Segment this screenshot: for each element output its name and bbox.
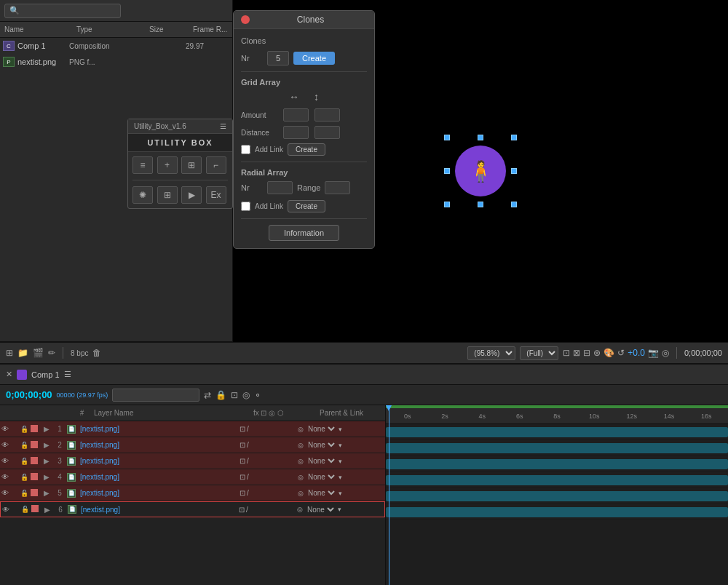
toolbar-icon-1[interactable]: ⊞ [6,348,13,358]
view-icon-cam[interactable]: 📷 [648,348,659,358]
switch-align-6[interactable]: ⊡ [239,506,245,514]
tl-icon-1[interactable]: ⇄ [204,390,211,400]
amount-x-input[interactable] [283,108,309,122]
view-icon-safe[interactable]: ⊠ [573,348,580,358]
distance-x-input[interactable] [283,126,309,139]
layer-row-4[interactable]: 👁 🔓 ▶ 4 📄 [nextist.png] ⊡ / ◎ None ▾ [0,469,385,485]
layer-expand-5[interactable]: ▶ [41,489,52,497]
distance-y-input[interactable] [314,126,340,139]
switch-pen-2[interactable]: / [247,441,249,449]
layer-eye-1[interactable]: 👁 [0,425,10,433]
grid-add-link-checkbox[interactable] [241,145,250,154]
layer-expand-6[interactable]: ▶ [41,506,53,514]
layer-eye-3[interactable]: 👁 [0,457,10,465]
view-icon-grid[interactable]: ⊟ [583,348,590,358]
switch-pen-1[interactable]: / [247,425,249,433]
toolbar-icon-2[interactable]: 📁 [17,348,28,358]
track-bar-3[interactable] [386,459,728,469]
layer-lock-3[interactable]: 🔓 [20,458,31,465]
clones-create-button[interactable]: Create [293,52,335,65]
toolbar-icon-4[interactable]: ✏ [48,348,55,358]
switch-pen-6[interactable]: / [246,506,248,514]
utility-box-menu-icon[interactable]: ☰ [220,122,226,130]
toolbar-icon-3[interactable]: 🎬 [33,348,44,358]
view-icon-color[interactable]: 🎨 [604,348,614,358]
parent-select-3[interactable]: None [305,456,337,466]
view-icon-reset[interactable]: ↺ [617,348,625,358]
playhead[interactable] [389,405,389,585]
parent-select-4[interactable]: None [305,472,337,482]
layer-row-5[interactable]: 👁 🔓 ▶ 5 📄 [nextist.png] ⊡ / ◎ None ▾ [0,485,385,501]
switch-align-3[interactable]: ⊡ [240,457,245,465]
grid-create-button[interactable]: Create [288,143,325,156]
switch-align-4[interactable]: ⊡ [240,473,245,481]
ub-btn-ex[interactable]: Ex [206,186,226,204]
layer-row-2[interactable]: 👁 🔓 ▶ 2 📄 [nextist.png] ⊡ / ◎ None ▾ [0,437,385,453]
parent-select-1[interactable]: None [305,424,337,434]
tl-icon-2[interactable]: 🔒 [215,390,226,400]
tl-icon-3[interactable]: ⊡ [231,390,238,400]
radial-range-input[interactable] [325,181,350,194]
tl-icon-5[interactable]: ⚬ [254,390,261,400]
ub-btn-corner[interactable]: ⌐ [206,156,226,174]
track-bar-6[interactable] [386,507,728,517]
parent-select-2[interactable]: None [305,440,337,450]
track-bar-2[interactable] [386,443,728,453]
radial-nr-input[interactable] [267,181,293,194]
ub-btn-list[interactable]: ≡ [132,156,153,174]
track-bar-5[interactable] [386,491,728,501]
comp-menu-icon[interactable]: ☰ [64,370,71,379]
layer-lock-1[interactable]: 🔓 [20,426,31,433]
project-item-comp1[interactable]: C Comp 1 Composition 29.97 [0,38,232,54]
layer-lock-5[interactable]: 🔓 [20,490,31,497]
ub-btn-sun[interactable]: ✺ [132,186,153,204]
layer-eye-4[interactable]: 👁 [0,473,10,481]
switch-pen-4[interactable]: / [247,473,249,481]
layer-row-6[interactable]: 👁 🔓 ▶ 6 📄 [nextist.png] ⊡ / ◎ None ▾ [0,501,385,517]
switch-align-2[interactable]: ⊡ [240,441,245,449]
view-icon-plus[interactable]: +0.0 [628,348,645,358]
delete-icon[interactable]: 🗑 [92,348,101,358]
tl-icon-4[interactable]: ◎ [242,390,250,400]
close-button[interactable] [241,15,250,24]
quality-select[interactable]: (Full) [520,346,558,360]
switch-align-1[interactable]: ⊡ [240,425,245,433]
track-bar-4[interactable] [386,475,728,485]
switch-pen-3[interactable]: / [247,457,249,465]
timeline-search[interactable] [112,389,199,402]
layer-expand-1[interactable]: ▶ [41,425,52,433]
view-icon-chan[interactable]: ⊛ [593,348,601,358]
project-item-nextist[interactable]: P nextist.png PNG f... [0,54,232,70]
switch-pen-5[interactable]: / [247,489,249,497]
layer-lock-6[interactable]: 🔓 [21,506,31,513]
layer-eye-5[interactable]: 👁 [0,489,10,497]
layer-row-3[interactable]: 👁 🔓 ▶ 3 📄 [nextist.png] ⊡ / ◎ None ▾ [0,453,385,469]
layer-expand-3[interactable]: ▶ [41,457,52,465]
ub-btn-video[interactable]: ▶ [181,186,202,204]
layer-eye-2[interactable]: 👁 [0,441,10,449]
zoom-select[interactable]: (95.8%) [467,346,515,360]
layer-row-1[interactable]: 👁 🔓 ▶ 1 📄 [nextist.png] ⊡ / ◎ None ▾ [0,421,385,437]
layer-lock-4[interactable]: 🔓 [20,474,31,481]
ub-btn-add[interactable]: + [157,156,178,174]
ub-btn-grid2[interactable]: ⊞ [157,186,178,204]
parent-select-5[interactable]: None [305,488,337,498]
view-icon-fit[interactable]: ⊡ [563,348,570,358]
layer-eye-6[interactable]: 👁 [1,506,11,514]
information-button[interactable]: Information [269,225,339,241]
layer-expand-4[interactable]: ▶ [41,473,52,481]
switch-align-5[interactable]: ⊡ [240,489,245,497]
ub-btn-grid[interactable]: ⊞ [181,156,202,174]
layer-expand-2[interactable]: ▶ [41,441,52,449]
track-bar-1[interactable] [386,427,728,437]
comp-name-label: Comp 1 [31,370,60,379]
view-icon-mask[interactable]: ◎ [662,348,669,358]
amount-y-input[interactable] [314,108,340,122]
radial-create-button[interactable]: Create [288,200,325,212]
nr-input[interactable] [267,51,289,65]
layer-lock-2[interactable]: 🔓 [20,442,31,449]
parent-select-6[interactable]: None [304,505,336,514]
project-search[interactable]: 🔍 [4,4,121,18]
comp-close-button[interactable]: ✕ [6,370,12,379]
radial-add-link-checkbox[interactable] [241,202,250,211]
